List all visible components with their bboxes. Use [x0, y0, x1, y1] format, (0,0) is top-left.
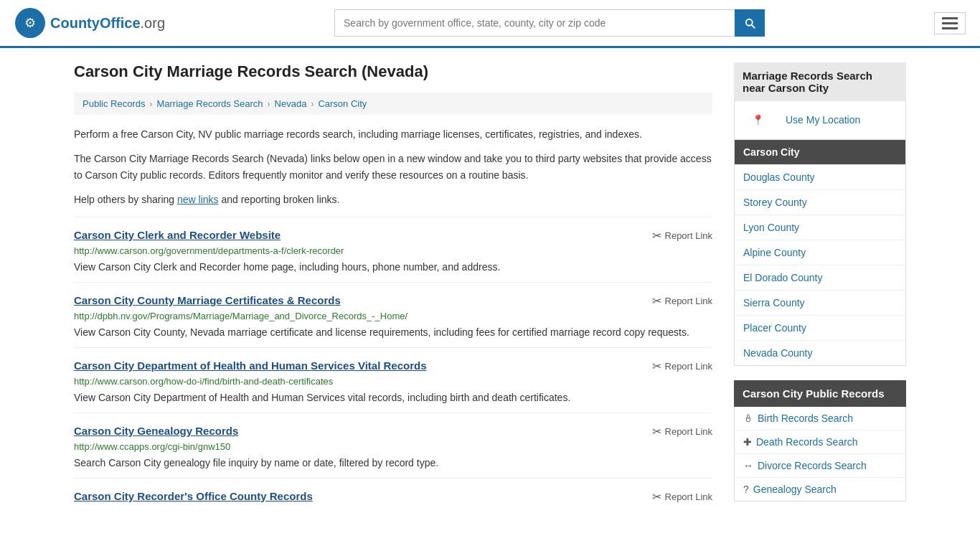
- report-link-label: Report Link: [665, 361, 712, 372]
- search-button[interactable]: [735, 9, 765, 37]
- pr-icon: ✚: [743, 436, 752, 448]
- record-description: View Carson City Department of Health an…: [74, 390, 712, 405]
- sidebar-pr-item[interactable]: ?Genealogy Search: [735, 478, 905, 501]
- logo-text: CountyOffice.org: [50, 15, 165, 32]
- svg-text:⚙: ⚙: [24, 16, 36, 30]
- sidebar: Marriage Records Search near Carson City…: [734, 62, 906, 514]
- report-link[interactable]: ✂ Report Link: [652, 294, 712, 308]
- nearby-section-title: Marriage Records Search near Carson City: [734, 62, 906, 101]
- sidebar-nearby-item[interactable]: Placer County: [735, 316, 905, 341]
- public-records-section-title: Carson City Public Records: [734, 380, 906, 407]
- sidebar-nearby-item[interactable]: Storey County: [735, 190, 905, 215]
- record-url: http://www.carson.org/how-do-i/find/birt…: [74, 376, 712, 387]
- sidebar-nearby-link[interactable]: Nevada County: [735, 341, 905, 365]
- description-para1: Perform a free Carson City, NV public ma…: [74, 126, 712, 142]
- sidebar-nearby-link[interactable]: Sierra County: [735, 291, 905, 315]
- sidebar-nearby-item[interactable]: Alpine County: [735, 240, 905, 265]
- record-item: Carson City Clerk and Recorder Website ✂…: [74, 217, 712, 282]
- record-title-row: Carson City County Marriage Certificates…: [74, 294, 712, 308]
- record-item: Carson City Recorder's Office County Rec…: [74, 478, 712, 514]
- breadcrumb-sep-3: ›: [311, 99, 314, 109]
- report-link[interactable]: ✂ Report Link: [652, 425, 712, 438]
- page-title: Carson City Marriage Records Search (Nev…: [74, 62, 712, 81]
- scissors-icon: ✂: [652, 425, 661, 438]
- location-pin-icon: 📍: [743, 108, 773, 132]
- pr-label: Death Records Search: [756, 436, 858, 448]
- breadcrumb-sep-2: ›: [268, 99, 270, 109]
- record-url: http://www.carson.org/government/departm…: [74, 245, 712, 256]
- report-link[interactable]: ✂ Report Link: [652, 490, 712, 504]
- breadcrumb: Public Records › Marriage Records Search…: [74, 93, 712, 115]
- record-title-row: Carson City Genealogy Records ✂ Report L…: [74, 425, 712, 438]
- breadcrumb-link-nevada[interactable]: Nevada: [275, 98, 307, 109]
- record-title-row: Carson City Clerk and Recorder Website ✂…: [74, 229, 712, 242]
- breadcrumb-link-public-records[interactable]: Public Records: [83, 98, 145, 109]
- new-links-link[interactable]: new links: [177, 194, 219, 205]
- menu-line-3: [942, 27, 958, 29]
- record-item: Carson City County Marriage Certificates…: [74, 282, 712, 347]
- record-description: View Carson City County, Nevada marriage…: [74, 325, 712, 340]
- record-title-link[interactable]: Carson City Genealogy Records: [74, 425, 238, 437]
- sidebar-pr-item[interactable]: ↔Divorce Records Search: [735, 454, 905, 478]
- sidebar-nearby-link[interactable]: Douglas County: [735, 165, 905, 189]
- description-para3: Help others by sharing new links and rep…: [74, 192, 712, 207]
- report-link-label: Report Link: [665, 491, 712, 502]
- use-location-item[interactable]: 📍 Use My Location: [735, 101, 905, 140]
- sidebar-nearby-item[interactable]: Lyon County: [735, 215, 905, 240]
- record-item: Carson City Department of Health and Hum…: [74, 347, 712, 413]
- scissors-icon: ✂: [652, 490, 661, 504]
- pr-icon: 🕯: [743, 413, 753, 424]
- search-area: [334, 9, 765, 37]
- report-link-label: Report Link: [665, 426, 712, 437]
- record-url: http://dpbh.nv.gov/Programs/Marriage/Mar…: [74, 311, 712, 321]
- description-para2: The Carson City Marriage Records Search …: [74, 151, 712, 183]
- records-list: Carson City Clerk and Recorder Website ✂…: [74, 217, 712, 514]
- sidebar-nearby-link[interactable]: Storey County: [735, 190, 905, 215]
- sidebar-nearby-link[interactable]: Alpine County: [735, 240, 905, 265]
- sidebar-nearby-item[interactable]: Sierra County: [735, 291, 905, 316]
- record-title-link[interactable]: Carson City Clerk and Recorder Website: [74, 229, 281, 241]
- pr-icon: ↔: [743, 460, 753, 471]
- record-title-link[interactable]: Carson City Recorder's Office County Rec…: [74, 490, 313, 502]
- report-link[interactable]: ✂ Report Link: [652, 359, 712, 373]
- record-title-row: Carson City Department of Health and Hum…: [74, 359, 712, 373]
- desc-para3-prefix: Help others by sharing: [74, 194, 177, 205]
- pr-icon: ?: [743, 484, 749, 495]
- sidebar-nearby-link[interactable]: Carson City: [735, 140, 905, 164]
- pr-label: Genealogy Search: [753, 484, 837, 495]
- record-url: http://www.ccapps.org/cgi-bin/gnw150: [74, 441, 712, 452]
- report-link-label: Report Link: [665, 296, 712, 306]
- record-item: Carson City Genealogy Records ✂ Report L…: [74, 413, 712, 478]
- sidebar-nearby-link[interactable]: Placer County: [735, 316, 905, 340]
- scissors-icon: ✂: [652, 359, 661, 373]
- record-description: Search Carson City genealogy file inquir…: [74, 456, 712, 471]
- logo-area: ⚙ CountyOffice.org: [14, 7, 165, 39]
- search-icon: [743, 17, 756, 29]
- record-title-link[interactable]: Carson City County Marriage Certificates…: [74, 294, 341, 306]
- breadcrumb-sep-1: ›: [149, 99, 152, 109]
- scissors-icon: ✂: [652, 294, 661, 308]
- sidebar-nearby-item[interactable]: Douglas County: [735, 165, 905, 190]
- sidebar-nearby-item[interactable]: Carson City: [735, 140, 905, 165]
- search-input[interactable]: [334, 9, 735, 37]
- sidebar-nearby-link[interactable]: El Dorado County: [735, 265, 905, 290]
- site-logo-icon: ⚙: [14, 7, 46, 39]
- sidebar-pr-item[interactable]: ✚Death Records Search: [735, 430, 905, 454]
- pr-label: Divorce Records Search: [758, 460, 867, 471]
- record-title-row: Carson City Recorder's Office County Rec…: [74, 490, 712, 504]
- menu-line-2: [942, 22, 958, 24]
- site-header: ⚙ CountyOffice.org: [0, 0, 980, 48]
- record-title-link[interactable]: Carson City Department of Health and Hum…: [74, 359, 427, 372]
- sidebar-nearby-link[interactable]: Lyon County: [735, 215, 905, 240]
- report-link[interactable]: ✂ Report Link: [652, 229, 712, 242]
- breadcrumb-link-marriage-records[interactable]: Marriage Records Search: [156, 98, 263, 109]
- sidebar-pr-item[interactable]: 🕯Birth Records Search: [735, 407, 905, 430]
- nearby-locations-list: 📍 Use My Location Carson CityDouglas Cou…: [734, 101, 906, 366]
- report-link-label: Report Link: [665, 230, 712, 241]
- sidebar-nearby-item[interactable]: El Dorado County: [735, 265, 905, 291]
- hamburger-menu-button[interactable]: [934, 12, 966, 34]
- sidebar-nearby-item[interactable]: Nevada County: [735, 341, 905, 365]
- use-location-label: Use My Location: [777, 108, 869, 132]
- breadcrumb-link-carson-city[interactable]: Carson City: [318, 98, 367, 109]
- public-records-list: 🕯Birth Records Search✚Death Records Sear…: [734, 407, 906, 501]
